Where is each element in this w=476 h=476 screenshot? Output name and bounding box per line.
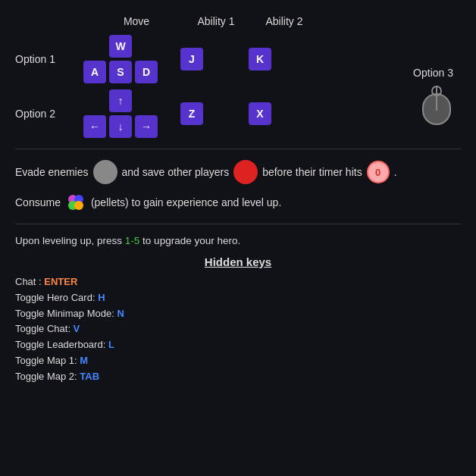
option2-row: Option 2 ↑ ← ↓ → Z X Option 3 <box>15 89 461 138</box>
option3-label: Option 3 <box>413 67 453 79</box>
consume-text: Consume <box>15 196 61 208</box>
shortcut-map1-label: Toggle Map 1: <box>15 355 80 366</box>
shortcut-chat-label: Chat : <box>15 276 44 287</box>
option2-label: Option 2 <box>15 108 83 120</box>
option1-row: Option 1 W A S D J K <box>15 35 461 83</box>
shortcut-leaderboard: Toggle Leaderboard: L <box>15 337 461 353</box>
shortcut-hero-key: H <box>98 292 105 303</box>
shortcut-chat: Chat : ENTER <box>15 274 461 290</box>
key-left: ← <box>83 115 106 138</box>
level-up-instruction: Upon leveling up, press 1-5 to upgrade y… <box>15 235 461 246</box>
shortcut-hero-label: Toggle Hero Card: <box>15 292 98 303</box>
svg-point-7 <box>74 201 83 210</box>
shortcut-chat-toggle: Toggle Chat: V <box>15 321 461 337</box>
key-w: W <box>109 35 132 58</box>
enemy-circle <box>93 160 117 184</box>
option2-ability1-key: Z <box>158 102 226 125</box>
option3-section: Option 3 <box>413 67 453 128</box>
key-k: K <box>249 48 271 70</box>
move-header: Move <box>91 15 182 27</box>
key-down: ↓ <box>109 115 132 138</box>
shortcut-hero-card: Toggle Hero Card: H <box>15 290 461 306</box>
option2-move-keys: ↑ ← ↓ → <box>83 89 158 138</box>
player-circle <box>233 160 258 184</box>
before-timer-text: before their timer hits <box>262 166 362 178</box>
divider-2 <box>15 224 461 224</box>
key-up: ↑ <box>109 89 132 112</box>
key-s: S <box>109 61 132 83</box>
level-up-suffix: to upgrade your hero. <box>139 235 240 246</box>
evade-text: Evade enemies <box>15 166 89 178</box>
shortcut-chat-key: ENTER <box>44 276 77 287</box>
shortcut-minimap-key: N <box>117 308 124 319</box>
shortcut-leaderboard-label: Toggle Leaderboard: <box>15 339 108 350</box>
shortcut-minimap: Toggle Minimap Mode: N <box>15 306 461 322</box>
mouse-icon <box>413 83 453 128</box>
shortcut-map2: Toggle Map 2: TAB <box>15 369 461 385</box>
ability2-header: Ability 2 <box>250 15 318 27</box>
option1-ability2-key: K <box>226 48 294 70</box>
evade-instruction: Evade enemies and save other players bef… <box>15 160 461 184</box>
divider-1 <box>15 149 461 149</box>
level-up-keys: 1-5 <box>125 235 140 246</box>
key-d: D <box>135 61 158 83</box>
ability1-header: Ability 1 <box>182 15 250 27</box>
shortcut-list: Chat : ENTER Toggle Hero Card: H Toggle … <box>15 274 461 385</box>
hidden-keys-title: Hidden keys <box>15 255 461 268</box>
key-right: → <box>135 115 158 138</box>
option2-ability2-key: X <box>226 102 294 125</box>
period: . <box>394 166 397 178</box>
option1-ability1-key: J <box>158 48 226 70</box>
shortcut-chat-toggle-label: Toggle Chat: <box>15 323 74 334</box>
shortcut-map2-label: Toggle Map 2: <box>15 371 80 382</box>
column-headers: Move Ability 1 Ability 2 <box>15 15 461 27</box>
option1-label: Option 1 <box>15 53 83 65</box>
key-a: A <box>83 61 106 83</box>
shortcut-minimap-label: Toggle Minimap Mode: <box>15 308 117 319</box>
pellets-text: (pellets) to gain experience and level u… <box>91 196 281 208</box>
option1-move-keys: W A S D <box>83 35 158 83</box>
key-j: J <box>180 48 203 70</box>
pellet-icon <box>65 192 86 213</box>
shortcut-map1-key: M <box>80 355 88 366</box>
timer-circle: 0 <box>367 161 390 183</box>
shortcut-map2-key: TAB <box>80 371 99 382</box>
key-x: X <box>249 102 271 125</box>
shortcut-leaderboard-key: L <box>108 339 114 350</box>
and-save-text: and save other players <box>122 166 230 178</box>
shortcut-map1: Toggle Map 1: M <box>15 353 461 369</box>
shortcut-chat-toggle-key: V <box>74 323 80 334</box>
key-z: Z <box>180 102 203 125</box>
level-up-prefix: Upon leveling up, press <box>15 235 125 246</box>
consume-instruction: Consume (pellets) to gain experience and… <box>15 192 461 213</box>
